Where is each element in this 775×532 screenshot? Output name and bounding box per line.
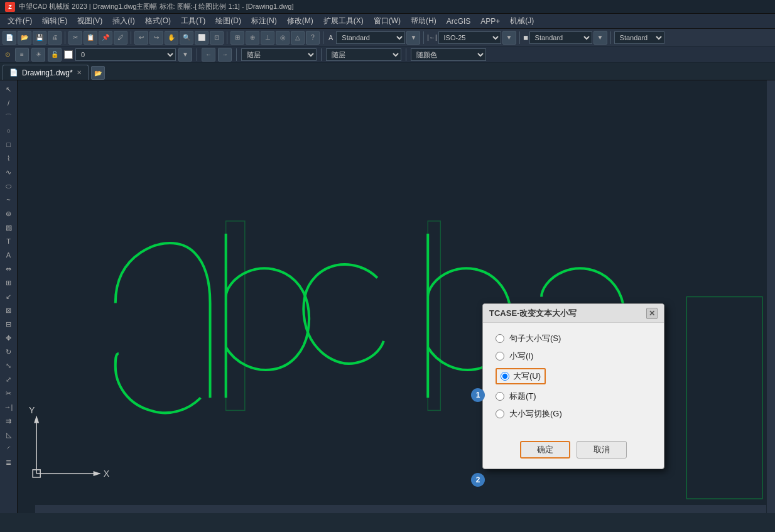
tool-rect[interactable]: □: [2, 138, 16, 151]
right-scrollbar[interactable]: [766, 80, 775, 513]
tool-hatch[interactable]: ▨: [2, 221, 16, 234]
tool-line[interactable]: /: [2, 97, 16, 109]
tool-offset[interactable]: ⇉: [2, 415, 16, 427]
radio-title-case[interactable]: [496, 392, 504, 401]
tool-insert[interactable]: ↙: [2, 290, 16, 303]
menu-insert[interactable]: 插入(I): [107, 14, 139, 28]
lineweight-select[interactable]: 随层: [326, 48, 401, 61]
tb-textstyle-dropdown[interactable]: ▼: [406, 31, 420, 45]
tab-add-btn[interactable]: 📂: [91, 66, 105, 80]
tb-polar[interactable]: ◎: [276, 31, 290, 45]
confirm-btn[interactable]: 确定: [520, 441, 570, 459]
tool-scale[interactable]: ⤡: [2, 359, 16, 372]
option-title-case[interactable]: 标题(T): [496, 391, 651, 402]
layer-select[interactable]: 0: [75, 48, 176, 61]
tool-select[interactable]: ↖: [2, 83, 16, 95]
tool-move[interactable]: ✥: [2, 332, 16, 344]
tool-text[interactable]: T: [2, 235, 16, 247]
tool-block[interactable]: ⊞: [2, 276, 16, 289]
tb-cut[interactable]: ✂: [68, 31, 82, 45]
plotstyle-select[interactable]: Standard: [529, 31, 592, 44]
menu-window[interactable]: 窗口(W): [369, 14, 406, 28]
layer-prev-btn[interactable]: ←: [202, 48, 215, 62]
tb-zoom-window[interactable]: ⬜: [195, 31, 209, 45]
tb-grid[interactable]: ⊞: [230, 31, 244, 45]
tool-arc[interactable]: ⌒: [2, 111, 16, 123]
menu-view[interactable]: 视图(V): [72, 14, 107, 28]
dimstyle-select[interactable]: ISO-25: [438, 31, 501, 44]
tb-dimstyle-dropdown[interactable]: ▼: [502, 31, 516, 45]
tab-close-btn[interactable]: ✕: [77, 69, 82, 76]
tool-fillet[interactable]: ◜: [2, 442, 16, 455]
menu-dimension[interactable]: 标注(N): [246, 14, 282, 28]
tb-matchprop[interactable]: 🖊: [114, 31, 127, 45]
layer-lock-btn[interactable]: 🔓: [48, 48, 62, 62]
tool-mtext[interactable]: A: [2, 249, 16, 261]
tool-trim[interactable]: ✂: [2, 387, 16, 399]
linetype-select[interactable]: 随层: [241, 48, 317, 61]
tool-spline[interactable]: ∿: [2, 166, 16, 178]
tb-help[interactable]: ?: [306, 31, 320, 45]
tb-copy[interactable]: 📋: [84, 31, 97, 45]
tb-save[interactable]: 💾: [33, 31, 46, 45]
tool-polyline[interactable]: ⌇: [2, 152, 16, 165]
menu-edit[interactable]: 编辑(E): [37, 14, 72, 28]
dialog-close-btn[interactable]: ✕: [646, 308, 658, 319]
tb-pan[interactable]: ✋: [165, 31, 178, 45]
menu-mechanical[interactable]: 机械(J): [505, 14, 539, 28]
tool-properties[interactable]: ≣: [2, 456, 16, 469]
option-toggle-case[interactable]: 大小写切换(G): [496, 408, 651, 420]
radio-lowercase[interactable]: [496, 352, 504, 361]
tb-redo[interactable]: ↪: [149, 31, 163, 45]
color-select[interactable]: 随颜色: [411, 48, 486, 61]
tb-zoom-realtime[interactable]: 🔍: [180, 31, 193, 45]
radio-uppercase[interactable]: [501, 372, 509, 381]
tb-new[interactable]: 📄: [3, 31, 16, 45]
radio-toggle-case[interactable]: [496, 410, 504, 418]
tb-undo[interactable]: ↩: [134, 31, 148, 45]
option-lowercase[interactable]: 小写(I): [496, 350, 651, 362]
tool-ellipse[interactable]: ⬭: [2, 180, 16, 192]
menu-modify[interactable]: 修改(M): [282, 14, 318, 28]
menu-arcgis[interactable]: ArcGIS: [442, 16, 476, 27]
tb-plotstyle-dropdown[interactable]: ▼: [593, 31, 607, 45]
tool-array[interactable]: ⊟: [2, 318, 16, 330]
tool-region[interactable]: ⊚: [2, 207, 16, 220]
menu-exttools[interactable]: 扩展工具(X): [318, 14, 369, 28]
layer-freeze-btn[interactable]: ☀: [31, 48, 45, 62]
tb-print[interactable]: 🖨: [48, 31, 62, 45]
tb-zoom-extents[interactable]: ⊡: [210, 31, 224, 45]
layer-dropdown[interactable]: ▼: [178, 48, 192, 62]
tb-open[interactable]: 📂: [18, 31, 31, 45]
tb-snap[interactable]: ⊕: [246, 31, 259, 45]
menu-file[interactable]: 文件(F): [3, 14, 37, 28]
menu-app[interactable]: APP+: [475, 16, 505, 27]
menu-format[interactable]: 格式(O): [140, 14, 176, 28]
tb-paste[interactable]: 📌: [99, 31, 112, 45]
layer-manager-btn[interactable]: ≡: [15, 48, 29, 62]
tool-chamfer[interactable]: ◺: [2, 428, 16, 441]
radio-sentence-case[interactable]: [496, 334, 504, 343]
tool-freehand[interactable]: ~: [2, 193, 16, 206]
menu-tools[interactable]: 工具(T): [176, 14, 210, 28]
menu-help[interactable]: 帮助(H): [406, 14, 442, 28]
tool-stretch[interactable]: ⤢: [2, 373, 16, 386]
viewport-select[interactable]: Standard: [614, 31, 664, 44]
tab-drawing1[interactable]: 📄 Drawing1.dwg* ✕: [3, 65, 89, 80]
tb-ortho[interactable]: ⊥: [261, 31, 274, 45]
tcase-dialog[interactable]: TCASE-改变文本大小写 ✕ 句子大小写(S) 小写(I): [482, 303, 664, 469]
cancel-btn[interactable]: 取消: [577, 441, 627, 459]
tool-dim[interactable]: ⇔: [2, 263, 16, 275]
tool-circle[interactable]: ○: [2, 124, 16, 137]
tool-rotate[interactable]: ↻: [2, 345, 16, 358]
layer-next-btn[interactable]: →: [218, 48, 232, 62]
option-sentence-case[interactable]: 句子大小写(S): [496, 333, 651, 344]
tool-extend[interactable]: →|: [2, 401, 16, 413]
option-uppercase[interactable]: 大写(U): [496, 368, 651, 384]
tool-explode[interactable]: ⊠: [2, 304, 16, 317]
menu-draw[interactable]: 绘图(D): [210, 14, 246, 28]
tb-osnap[interactable]: △: [291, 31, 305, 45]
textstyle-select[interactable]: Standard: [336, 31, 405, 44]
app-logo: Z: [5, 2, 15, 12]
bottom-scrollbar[interactable]: [35, 504, 766, 513]
